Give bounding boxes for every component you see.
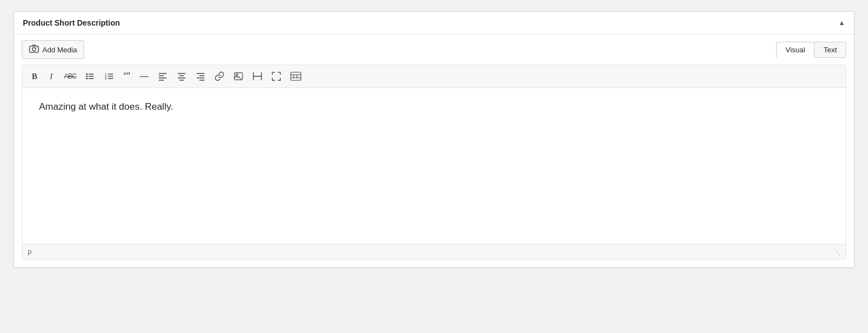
svg-point-2 bbox=[36, 47, 37, 48]
product-short-description-panel: Product Short Description ▲ Add Media Vi… bbox=[13, 11, 855, 268]
editor-text: Amazing at what it does. Really. bbox=[39, 99, 829, 114]
panel-toolbar: Add Media Visual Text bbox=[14, 35, 854, 65]
align-left-button[interactable] bbox=[154, 68, 172, 84]
blockquote-button[interactable]: “” bbox=[119, 68, 135, 84]
editor-status-tag: p bbox=[28, 248, 32, 256]
svg-point-27 bbox=[236, 74, 238, 76]
insert-image-button[interactable] bbox=[230, 68, 247, 84]
media-icon bbox=[29, 44, 39, 55]
svg-rect-0 bbox=[30, 46, 38, 52]
horizontal-rule-button[interactable]: — bbox=[136, 68, 153, 84]
tab-visual[interactable]: Visual bbox=[776, 42, 814, 58]
svg-point-5 bbox=[86, 76, 87, 77]
svg-point-7 bbox=[86, 78, 87, 80]
fullwidth-button[interactable] bbox=[248, 68, 266, 84]
italic-button[interactable]: I bbox=[43, 68, 59, 84]
formatting-toolbar: B I ABC 1.2.3. “” — bbox=[22, 65, 846, 88]
add-media-button[interactable]: Add Media bbox=[22, 40, 84, 59]
align-right-button[interactable] bbox=[192, 68, 209, 84]
panel-title: Product Short Description bbox=[23, 18, 120, 27]
svg-rect-32 bbox=[291, 72, 301, 81]
collapse-icon[interactable]: ▲ bbox=[838, 19, 845, 27]
show-toolbar-button[interactable] bbox=[286, 68, 305, 84]
align-center-button[interactable] bbox=[173, 68, 191, 84]
editor-status-bar: p ⋱ bbox=[22, 244, 846, 259]
svg-text:3.: 3. bbox=[105, 77, 108, 80]
ordered-list-button[interactable]: 1.2.3. bbox=[100, 68, 118, 84]
tab-text[interactable]: Text bbox=[814, 42, 846, 58]
panel-header: Product Short Description ▲ bbox=[14, 12, 854, 35]
panel-bottom bbox=[14, 259, 854, 267]
editor-content-area[interactable]: Amazing at what it does. Really. bbox=[22, 88, 846, 244]
strikethrough-button[interactable]: ABC bbox=[60, 68, 80, 84]
svg-point-3 bbox=[86, 74, 87, 75]
resize-handle[interactable]: ⋱ bbox=[833, 248, 840, 256]
view-tabs: Visual Text bbox=[776, 42, 846, 58]
fullscreen-button[interactable] bbox=[267, 68, 285, 84]
bold-button[interactable]: B bbox=[27, 68, 42, 84]
unordered-list-button[interactable] bbox=[81, 68, 99, 84]
svg-point-1 bbox=[32, 48, 36, 51]
editor-wrapper: B I ABC 1.2.3. “” — bbox=[22, 65, 846, 259]
insert-link-button[interactable] bbox=[211, 68, 228, 84]
add-media-label: Add Media bbox=[42, 46, 77, 54]
